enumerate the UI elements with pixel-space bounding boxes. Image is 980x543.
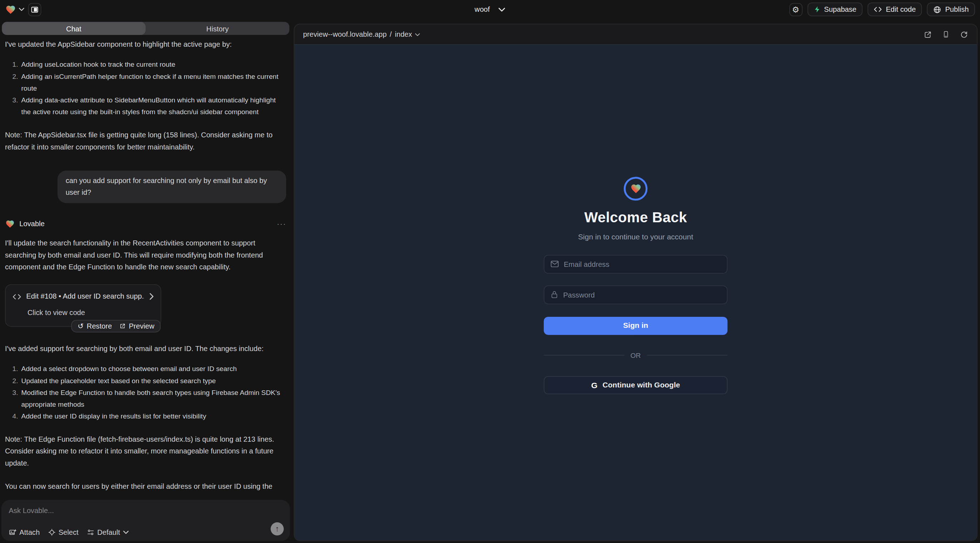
panel-left-icon	[31, 5, 39, 14]
google-label: Continue with Google	[602, 381, 680, 390]
restore-icon: ↺	[78, 322, 84, 331]
chevron-right-icon	[150, 293, 154, 300]
preview-toolbar: preview--woof.lovable.app / index	[294, 24, 977, 44]
user-message-bubble: can you add support for searching not on…	[57, 170, 286, 203]
or-divider: OR	[544, 351, 728, 359]
password-placeholder: Password	[563, 291, 595, 298]
chat-messages[interactable]: I've updated the AppSidebar component to…	[0, 35, 291, 494]
assistant-message-list: Adding useLocation hook to track the cur…	[5, 59, 286, 118]
sliders-icon	[87, 529, 94, 536]
composer-actions: Attach Select Default	[9, 529, 129, 536]
code-icon	[13, 293, 21, 300]
edit-code-button[interactable]: Edit code	[868, 3, 922, 16]
more-menu-icon[interactable]: ···	[277, 218, 286, 230]
code-icon	[874, 6, 882, 13]
chevron-down-icon	[123, 530, 129, 534]
supabase-button[interactable]: Supabase	[807, 3, 863, 16]
google-g-icon: G	[591, 380, 598, 390]
open-in-new-tab-button[interactable]	[924, 30, 932, 38]
supabase-bolt-icon	[813, 6, 820, 13]
preview-content: Welcome Back Sign in to continue to your…	[294, 44, 977, 540]
page-title: Welcome Back	[584, 209, 687, 226]
chevron-down-icon	[19, 8, 25, 11]
mobile-phone-icon	[943, 30, 949, 39]
project-menu[interactable]: woof	[475, 0, 505, 19]
list-item: Updated the placeholder text based on th…	[20, 375, 286, 387]
external-link-icon	[119, 323, 126, 329]
preview-url-separator: /	[390, 31, 392, 38]
lovable-heart-icon	[5, 219, 15, 229]
preview-toolbar-actions	[924, 30, 968, 39]
select-label: Select	[59, 529, 78, 536]
app-header: woof ⚙ Supabase Edit code	[0, 0, 980, 19]
publish-label: Publish	[945, 6, 969, 13]
preview-url-menu[interactable]: preview--woof.lovable.app / index	[303, 31, 420, 38]
mode-label: Default	[97, 529, 120, 536]
mail-icon	[550, 260, 559, 267]
preview-label: Preview	[129, 322, 154, 330]
globe-icon	[933, 5, 942, 14]
email-field[interactable]: Email address	[544, 255, 728, 274]
target-icon	[48, 529, 55, 536]
chat-panel: Chat History I've updated the AppSidebar…	[0, 19, 291, 543]
list-item: Added a select dropdown to choose betwee…	[20, 363, 286, 375]
restore-button[interactable]: ↺ Restore	[78, 322, 112, 331]
password-field[interactable]: Password	[544, 285, 728, 304]
list-item: Adding useLocation hook to track the cur…	[20, 59, 286, 71]
tab-history[interactable]: History	[146, 22, 290, 35]
continue-with-google-button[interactable]: G Continue with Google	[544, 376, 728, 394]
arrow-up-icon: ↑	[275, 525, 279, 533]
preview-button[interactable]: Preview	[119, 322, 154, 330]
send-button[interactable]: ↑	[270, 522, 284, 535]
assistant-message-note: Note: The AppSidebar.tsx file is getting…	[5, 130, 286, 153]
email-placeholder: Email address	[564, 260, 609, 268]
supabase-label: Supabase	[824, 6, 856, 13]
edit-card-title: Edit #108 • Add user ID search supp...	[26, 291, 145, 302]
attach-button[interactable]: Attach	[9, 529, 40, 536]
chevron-down-icon	[499, 7, 505, 11]
external-link-icon	[924, 30, 932, 38]
preview-panel: preview--woof.lovable.app / index	[294, 24, 977, 541]
lovable-logo-menu[interactable]	[5, 4, 24, 14]
toggle-sidebar-button[interactable]	[28, 3, 41, 16]
signin-card: Welcome Back Sign in to continue to your…	[544, 176, 728, 394]
list-item: Modified the Edge Function to handle bot…	[20, 387, 286, 411]
edit-card-header: Edit #108 • Add user ID search supp...	[13, 291, 154, 302]
chat-composer[interactable]: Ask Lovable... Attach Select	[2, 500, 290, 541]
tab-chat[interactable]: Chat	[2, 22, 146, 35]
list-item: Added the user ID display in the results…	[20, 411, 286, 422]
assistant-message-note: Note: The Edge Function file (fetch-fire…	[5, 433, 286, 469]
edit-card-subtitle: Click to view code	[27, 307, 154, 319]
list-item: Adding an isCurrentPath helper function …	[20, 71, 286, 95]
edit-code-label: Edit code	[886, 6, 916, 13]
project-name: woof	[475, 6, 490, 13]
image-plus-icon	[9, 529, 16, 536]
restore-label: Restore	[87, 322, 112, 330]
mobile-view-button[interactable]	[943, 30, 949, 39]
assistant-message-list: Added a select dropdown to choose betwee…	[5, 363, 286, 422]
edit-version-card[interactable]: Edit #108 • Add user ID search supp... C…	[5, 284, 161, 327]
sign-in-button[interactable]: Sign in	[544, 316, 728, 335]
select-button[interactable]: Select	[48, 529, 78, 536]
chevron-down-icon	[415, 33, 420, 36]
app-window: woof ⚙ Supabase Edit code	[0, 0, 980, 543]
mode-selector-button[interactable]: Default	[87, 529, 129, 536]
refresh-icon	[960, 30, 968, 38]
publish-button[interactable]: Publish	[927, 3, 975, 16]
or-label: OR	[631, 351, 641, 359]
preview-url-page: index	[395, 31, 412, 38]
lock-icon	[550, 291, 558, 298]
refresh-button[interactable]	[960, 30, 968, 38]
assistant-message-outro: You can now search for users by either t…	[5, 481, 286, 494]
gear-icon: ⚙	[792, 5, 799, 14]
page-subtitle: Sign in to continue to your account	[578, 232, 693, 241]
header-left	[5, 0, 41, 19]
assistant-message-intro: I've updated the AppSidebar component to…	[5, 39, 286, 51]
attach-label: Attach	[19, 529, 40, 536]
assistant-message-summary: I've added support for searching by both…	[5, 343, 286, 355]
assistant-header: Lovable ···	[5, 218, 286, 230]
composer-input[interactable]: Ask Lovable...	[9, 506, 283, 514]
list-item: Adding data-active attribute to SidebarM…	[20, 94, 286, 118]
settings-button[interactable]: ⚙	[789, 3, 802, 16]
app-logo	[624, 176, 648, 200]
